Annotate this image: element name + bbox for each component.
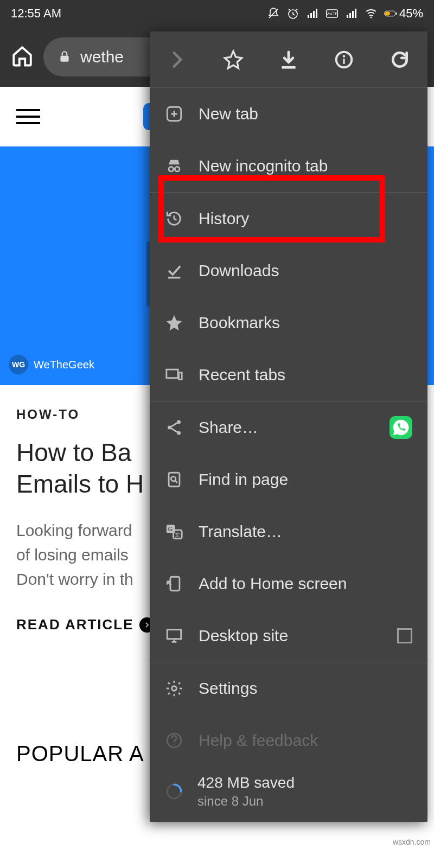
menu-downloads[interactable]: Downloads xyxy=(150,245,427,297)
desktop-icon xyxy=(165,627,183,645)
menu-history[interactable]: History xyxy=(150,193,427,245)
svg-text:G: G xyxy=(168,526,173,532)
menu-find-in-page[interactable]: Find in page xyxy=(150,454,427,506)
svg-rect-29 xyxy=(167,630,181,639)
share-icon xyxy=(165,418,183,437)
devices-icon xyxy=(165,366,183,384)
saved-amount: 428 MB saved xyxy=(197,774,295,792)
svg-rect-7 xyxy=(396,12,397,15)
menu-add-home[interactable]: Add to Home screen xyxy=(150,558,427,610)
whatsapp-icon[interactable] xyxy=(390,416,412,439)
browser-menu: New tab New incognito tab History Downlo… xyxy=(150,31,427,822)
svg-rect-17 xyxy=(167,369,178,378)
plus-box-icon xyxy=(165,105,183,123)
menu-share[interactable]: Share… xyxy=(150,401,427,454)
watermark: wsxdn.com xyxy=(393,838,431,846)
battery-percent: 45% xyxy=(399,7,423,21)
svg-text:VoLTE: VoLTE xyxy=(327,12,338,16)
menu-bookmarks[interactable]: Bookmarks xyxy=(150,297,427,349)
saved-since: since 8 Jun xyxy=(197,794,295,809)
lock-icon xyxy=(58,50,72,64)
datasaver-icon xyxy=(165,782,183,801)
star-icon xyxy=(165,314,183,332)
incognito-icon xyxy=(165,157,183,175)
desktop-site-checkbox[interactable] xyxy=(397,628,412,643)
gear-icon xyxy=(165,679,183,698)
mute-icon xyxy=(267,7,280,20)
wifi-icon xyxy=(365,7,378,20)
menu-new-tab[interactable]: New tab xyxy=(150,88,427,140)
status-icons: VoLTE 45% xyxy=(267,7,423,21)
url-text: wethe xyxy=(80,48,124,66)
hamburger-icon[interactable] xyxy=(16,109,40,124)
svg-rect-18 xyxy=(179,373,182,380)
help-icon xyxy=(165,731,183,750)
star-button[interactable] xyxy=(222,49,244,71)
battery-indicator: 45% xyxy=(384,7,423,21)
data-saver-info[interactable]: 428 MB saved since 8 Jun xyxy=(150,767,427,811)
svg-rect-8 xyxy=(60,56,68,62)
svg-rect-22 xyxy=(169,473,180,487)
svg-point-32 xyxy=(174,744,175,745)
svg-text:文: 文 xyxy=(175,532,180,538)
history-icon xyxy=(165,209,183,228)
refresh-button[interactable] xyxy=(389,49,411,71)
menu-recent-tabs[interactable]: Recent tabs xyxy=(150,349,427,401)
svg-point-4 xyxy=(370,17,372,18)
menu-translate[interactable]: G文 Translate… xyxy=(150,506,427,558)
home-button[interactable] xyxy=(11,44,34,69)
brand-tag: WG WeTheGeek xyxy=(9,355,94,374)
download-done-icon xyxy=(165,261,183,280)
signal2-icon xyxy=(345,7,358,20)
svg-rect-28 xyxy=(170,577,180,591)
alarm-icon xyxy=(286,7,299,20)
svg-point-14 xyxy=(169,167,174,171)
svg-rect-6 xyxy=(385,11,390,15)
svg-point-15 xyxy=(175,167,180,171)
status-bar: 12:55 AM VoLTE 45% xyxy=(0,0,434,27)
svg-rect-12 xyxy=(343,59,345,64)
download-button[interactable] xyxy=(278,49,299,71)
forward-button[interactable] xyxy=(167,49,188,71)
info-button[interactable] xyxy=(333,49,355,71)
volte-icon: VoLTE xyxy=(326,7,339,20)
translate-icon: G文 xyxy=(165,522,183,541)
find-page-icon xyxy=(165,470,183,489)
status-time: 12:55 AM xyxy=(11,7,61,21)
svg-point-30 xyxy=(172,686,177,691)
menu-desktop-site[interactable]: Desktop site xyxy=(150,610,427,662)
add-home-icon xyxy=(165,575,183,593)
menu-toolbar xyxy=(150,31,427,88)
signal-icon xyxy=(306,7,319,20)
menu-settings[interactable]: Settings xyxy=(150,662,427,714)
menu-help[interactable]: Help & feedback xyxy=(150,714,427,767)
menu-incognito[interactable]: New incognito tab xyxy=(150,140,427,192)
svg-point-11 xyxy=(343,55,345,57)
